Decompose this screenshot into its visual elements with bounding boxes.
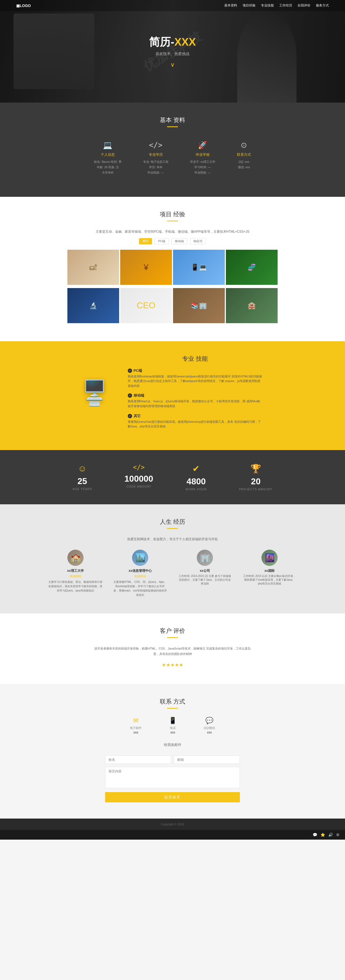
contact-form-label: 给我发邮件 [16,743,329,747]
nav-link-basic[interactable]: 基本资料 [224,3,237,8]
stat-projects: 🏆 20 PROJECTS AMOUNT [239,463,272,491]
project-title: 项目 经验 [0,210,345,218]
taskbar-icon-3[interactable]: 🔊 [328,833,333,837]
project-thumb-8: 🏨 [226,288,278,325]
contact-label-0: 电子邮件 [130,726,142,730]
contact-divider [167,708,178,709]
life-item-1: 🏙️ xx信息管理中心 初级阶段 主要掌握HTML、CSS、JS、jQuery、… [113,550,167,597]
phone-icon: 📱 [169,717,177,724]
life-avatar-1: 🏙️ [132,550,148,566]
smile-icon: ☺ [73,463,92,474]
contact-form: 提交留言 [105,756,240,802]
form-message-textarea[interactable] [105,767,240,788]
stat-label-1: CODE AMOUNT [125,485,154,488]
project-thumb-5: 🔬 [67,288,119,325]
nav-link-skills[interactable]: 专业技能 [261,3,274,8]
basic-detail-3: QQ: xxx微信: xxx [237,159,251,170]
basic-detail-1: 专业: 电子信息工程学历: 本科毕业院校: — [143,159,168,175]
tag-web[interactable]: 网页 [139,238,152,244]
life-title: 人生 经历 [16,518,329,526]
contact-icon: ⊙ [237,141,251,150]
nav-link-work[interactable]: 工作经历 [279,3,292,8]
footer: Copyright © 2016 [0,819,345,830]
skills-content: 专业 技能 ✓ PC端 熟练使用Bootstrap前端框架，能使用Javascr… [128,355,263,434]
contact-icons: ✉ 电子邮件 xxx 📱 电话 xxx 💬 QQ/微信 xxx [16,717,329,734]
contact-item-1: 📱 电话 xxx [169,717,177,734]
skill-name-2: ✓ 其它 [128,414,263,418]
project-thumb-2: ¥ [120,250,172,287]
project-sub: 主要是互动、金融、家居等领域、空空间PC端、手机端、微信端、微APP端等等，主要… [0,229,345,234]
form-email-input[interactable] [174,756,240,764]
life-grid: 🏫 xx理工大学 就读期间 主要学习计算机基础、算法、数据结构等计算机基础知识，… [16,550,329,597]
stat-age: ☺ 25 AGE YEARS [73,463,92,491]
form-name-input[interactable] [105,756,171,764]
life-divider [167,528,178,529]
skill-check-0: ✓ [128,369,132,373]
basic-label-2: 毕业学校 [190,152,215,157]
tag-mobile[interactable]: 移动端 [171,238,187,244]
section-review: 客户 评价 该开发者拥有丰富的前端开发经验，精通HTML、CSS、JavaScr… [0,613,345,684]
tag-responsive[interactable]: 响应式 [190,238,206,244]
basic-item-3: ⊙ 联系方式 QQ: xxx微信: xxx [237,141,251,175]
life-sub: 热爱互联网技术、发奋图力，专注于个人相互前端的开发与开拓 [16,537,329,542]
nav-link-project[interactable]: 项目经验 [242,3,255,8]
stat-num-0: 25 [73,476,92,486]
life-period-0: 就读期间 [49,574,103,578]
life-period-1: 初级阶段 [113,574,167,578]
contact-item-2: 💬 QQ/微信 xxx [204,717,215,734]
basic-label-3: 联系方式 [237,152,251,157]
life-item-2: 🏢 xx公司 工作时间: 2014-2015 (2) 主要 参与了前端项目的部分… [178,550,232,597]
tag-pc[interactable]: PC端 [155,238,169,244]
stat-num-1: 100000 [125,474,154,484]
life-period-3: 工作时间: 2015 以后 主要从事pc端 的开发，期间掌握了Vue框架应用，主… [242,574,296,585]
section-basic: 基本 资料 💻 个人信息 姓名: Bacon 性别: 男年龄: 26 民族: 汉… [0,103,345,197]
skill-desc-0: 熟练使用Bootstrap前端框架，能使用Javascript/jquery框架… [128,374,263,388]
skill-name-0: ✓ PC端 [128,368,263,373]
contact-value-1: xxx [169,730,177,734]
qq-icon: 💬 [204,717,215,724]
life-org-0: xx理工大学 [49,569,103,573]
life-desc-0: 主要学习计算机基础、算法、数据结构等计算机基础知识，喜欢并坚持学习相关的技能，坚… [49,580,103,593]
life-item-0: 🏫 xx理工大学 就读期间 主要学习计算机基础、算法、数据结构等计算机基础知识，… [49,550,103,597]
taskbar-icon-2[interactable]: ⭐ [320,833,325,837]
life-desc-1: 主要掌握HTML、CSS、JS、jQuery、Ajax、Bootstrap等技能… [113,580,167,597]
contact-item-0: ✉ 电子邮件 xxx [130,717,142,734]
form-submit-button[interactable]: 提交留言 [105,792,240,802]
contact-title: 联系 方式 [16,698,329,706]
taskbar: 💬 ⭐ 🔊 ⚙ [0,830,345,840]
life-avatar-3: 🌆 [261,550,278,566]
code-icon: </> [143,141,168,150]
nav-link-service[interactable]: 服务方式 [316,3,329,8]
email-icon: ✉ [130,717,142,724]
review-content: 该开发者拥有丰富的前端开发经验，精通HTML、CSS、JavaScript等技术… [92,646,253,657]
project-grid: 🛋 ¥ 📱💻 🧬 🔬 CEO 📚🏢 🏨 [51,250,294,325]
rocket-icon: 🚀 [190,141,215,150]
nav-logo: ▣LOGO [16,3,31,8]
life-avatar-2: 🏢 [197,550,213,566]
review-divider [167,637,178,638]
nav-link-review[interactable]: 自我评价 [298,3,310,8]
life-item-3: 🌆 xx国际 工作时间: 2015 以后 主要从事pc端 的开发，期间掌握了Vu… [242,550,296,597]
basic-detail-0: 姓名: Bacon 性别: 男年龄: 26 民族: 汉大学本科 [94,159,121,175]
review-stars: ★★★★★ [16,662,329,668]
basic-grid: 💻 个人信息 姓名: Bacon 性别: 男年龄: 26 民族: 汉大学本科 <… [0,135,345,181]
basic-divider [167,126,178,127]
hero-subtitle: 喜欢技术、热爱挑战 [149,52,196,56]
section-project: 项目 经验 主要是互动、金融、家居等领域、空空间PC端、手机端、微信端、微APP… [0,197,345,341]
skill-check-2: ✓ [128,414,132,418]
stat-label-0: AGE YEARS [73,487,92,490]
basic-label-0: 个人信息 [94,152,121,157]
skill-name-1: ✓ 移动端 [128,393,263,398]
contact-value-0: xxx [130,730,142,734]
taskbar-icon-1[interactable]: 💬 [313,833,317,837]
review-title: 客户 评价 [16,627,329,635]
main-nav: ▣LOGO 基本资料 项目经验 专业技能 工作经历 自我评价 服务方式 [0,0,345,11]
skill-desc-1: 熟练使用React.js、Vuex.js、jQuery移动端开发，熟悉微信公众号… [128,399,263,409]
footer-copyright: Copyright © 2016 [161,822,184,826]
hero-arrow: ∨ [149,61,196,68]
stat-label-3: PROJECTS AMOUNT [239,488,272,491]
life-avatar-0: 🏫 [67,550,84,566]
stat-code: </> 100000 CODE AMOUNT [125,463,154,491]
laptop-icon: 💻 [94,141,121,150]
taskbar-icon-4[interactable]: ⚙ [336,833,340,837]
